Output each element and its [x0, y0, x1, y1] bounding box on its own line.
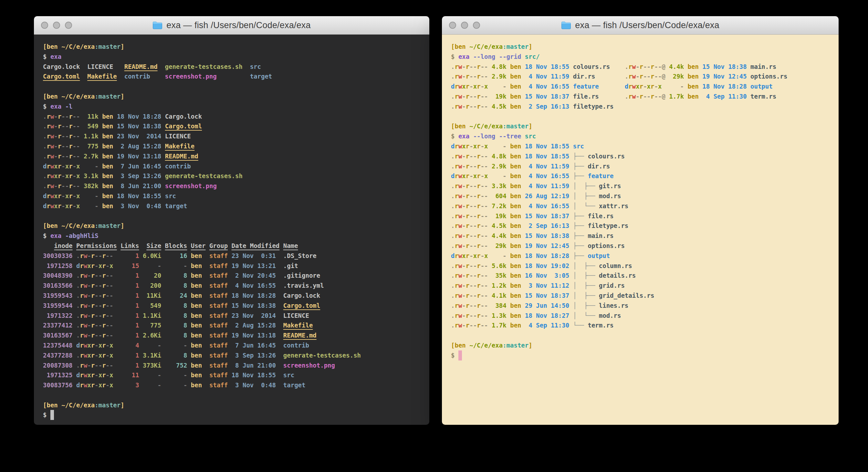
terminal-line: .rw-r--r-- 5.6k ben 18 Nov 19:02 │ ├── c… [451, 261, 839, 271]
terminal-text [276, 272, 283, 279]
terminal-text: 8 [165, 312, 187, 319]
terminal-line: drwxr-xr-x - ben 4 Nov 16:55 feature drw… [451, 82, 839, 91]
terminal-text [521, 143, 525, 150]
permission-bits: .rw-r--r-- [451, 193, 488, 200]
terminal-line: .rw-r--r-- 2.7k ben 19 Nov 13:18 README.… [43, 151, 429, 161]
terminal-text: [ben ~/C/e/exa [43, 402, 95, 409]
terminal-text: 2.9k [492, 163, 506, 170]
terminal-text [187, 282, 191, 289]
terminal-text: ben [510, 153, 521, 160]
terminal-text [114, 193, 117, 200]
terminal-line: 30030336 .rw-r--r-- 1 6.0Ki 16 ben staff… [43, 251, 429, 261]
terminal-text: git.rs [599, 182, 621, 189]
terminal-text: 4 Nov 11:59 [525, 182, 569, 189]
terminal-text: mod.rs [599, 193, 621, 200]
terminal-text [276, 342, 283, 349]
terminal-text [161, 172, 165, 179]
terminal-text [488, 153, 492, 160]
terminal-text [161, 332, 165, 339]
terminal-text [506, 103, 510, 110]
close-button[interactable] [449, 22, 456, 29]
terminal-text [161, 113, 165, 120]
zoom-button[interactable] [65, 22, 72, 29]
terminal-text: [ben ~/C/e/exa [43, 222, 95, 229]
terminal-text: src/ [521, 53, 539, 60]
terminal-screen[interactable]: [ben ~/C/e/exa:master]$ exaCargo.lock LI… [34, 35, 429, 425]
terminal-text [610, 63, 625, 70]
terminal-text: ben [102, 113, 113, 120]
minimize-button[interactable] [461, 22, 468, 29]
terminal-text: └── [573, 322, 588, 329]
terminal-line: .rw-r--r-- 4.8k ben 18 Nov 18:55 ├── col… [451, 151, 839, 161]
terminal-text: 7 Jun 16:45 [117, 163, 161, 170]
terminal-text: Blocks [165, 242, 187, 249]
terminal-text [569, 312, 573, 319]
terminal-text: 12375448 [43, 342, 73, 349]
minimize-button[interactable] [53, 22, 60, 29]
permission-bits: .rw-r--r-- [451, 93, 488, 100]
terminal-text: - [669, 83, 684, 90]
terminal-window-dark: exa — fish /Users/ben/Code/exa/exa [ben … [34, 16, 429, 425]
terminal-text: ben [102, 172, 113, 179]
terminal-text: staff [209, 292, 228, 299]
terminal-line: 30163567 .rw-r--r-- 1 2.6Ki 8 ben staff … [43, 330, 429, 341]
terminal-line: $ [451, 350, 839, 360]
terminal-line: $ exa --long --tree src [451, 131, 839, 141]
terminal-text [506, 302, 510, 309]
terminal-text: - [143, 342, 161, 349]
terminal-text [665, 63, 669, 70]
terminal-text: 19k [492, 93, 506, 100]
terminal-line: .rw-r--r-- 775 ben 2 Aug 15:28 Makefile [43, 141, 429, 151]
terminal-text [187, 342, 191, 349]
terminal-text: .travis.yml [283, 282, 324, 289]
terminal-text [276, 352, 283, 359]
terminal-text: 23 Nov 2014 [231, 312, 276, 319]
terminal-text: ben [191, 332, 206, 339]
terminal-text: 4 Nov 16:55 [525, 83, 569, 90]
terminal-text: Cargo.toml [165, 122, 202, 130]
terminal-text: 8 [165, 332, 187, 339]
terminal-text [228, 252, 231, 259]
terminal-text: 18 Nov 19:02 [525, 262, 569, 269]
terminal-line: 12375448 drwxr-xr-x 4 - - ben staff 7 Ju… [43, 341, 429, 350]
terminal-text [187, 272, 191, 279]
terminal-text: 1.7k [492, 322, 506, 329]
terminal-screen[interactable]: [ben ~/C/e/exa:master]$ exa --long --gri… [442, 35, 839, 425]
terminal-text: 35k [492, 272, 506, 279]
terminal-text [521, 272, 525, 279]
terminal-text [161, 312, 165, 319]
permission-bits: .rw-r--r-- [451, 182, 488, 189]
terminal-text [139, 282, 143, 289]
terminal-text: mod.rs [599, 312, 621, 319]
terminal-text: contrib [283, 342, 309, 349]
terminal-text: - [84, 193, 98, 200]
terminal-text: ben [102, 132, 113, 140]
terminal-text [228, 362, 231, 369]
terminal-text: Cargo.lock [283, 292, 320, 299]
permission-bits: .rw-r--r-- [451, 322, 488, 329]
terminal-text [276, 312, 283, 319]
close-button[interactable] [41, 22, 48, 29]
titlebar[interactable]: exa — fish /Users/ben/Code/exa/exa [34, 16, 429, 35]
terminal-text [139, 332, 143, 339]
terminal-text [114, 292, 121, 299]
terminal-text [114, 282, 121, 289]
terminal-text: 15 Nov 18:37 [525, 292, 569, 299]
terminal-text: 30030336 [43, 252, 73, 259]
titlebar[interactable]: exa — fish /Users/ben/Code/exa/exa [442, 16, 839, 35]
terminal-text [161, 322, 165, 329]
terminal-text [488, 172, 492, 179]
zoom-button[interactable] [473, 22, 480, 29]
permission-bits: .rw-r--r--@ [625, 63, 665, 70]
terminal-line: [ben ~/C/e/exa:master] [451, 42, 839, 52]
terminal-text [521, 182, 525, 189]
terminal-text [569, 182, 573, 189]
terminal-text: staff [209, 322, 228, 329]
terminal-text: 26 Aug 12:19 [525, 193, 569, 200]
terminal-text [521, 282, 525, 289]
terminal-text [114, 122, 117, 130]
terminal-text [506, 163, 510, 170]
terminal-text [488, 272, 492, 279]
terminal-text [206, 262, 209, 269]
terminal-text: file.rs [573, 93, 599, 100]
